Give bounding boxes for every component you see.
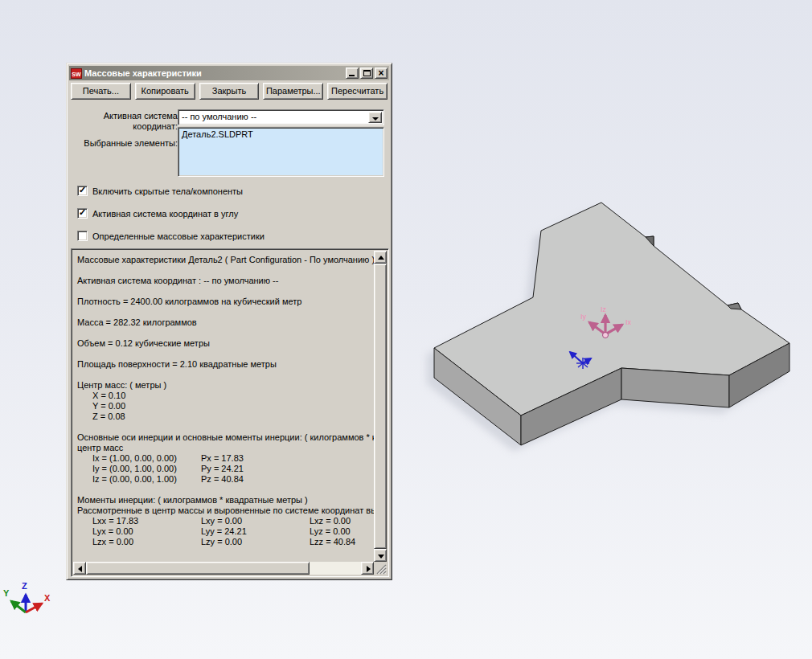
solidworks-icon: SW — [71, 68, 82, 79]
minimize-icon — [349, 75, 355, 76]
selected-items-list[interactable]: Деталь2.SLDPRT — [178, 127, 384, 177]
results-line: Массовые характеристики Деталь2 ( Part C… — [77, 255, 374, 265]
copy-button[interactable]: Копировать — [135, 83, 195, 100]
close-dialog-button[interactable]: Закрыть — [199, 83, 260, 100]
principal-axis-y-label: Iy — [580, 313, 587, 321]
origin-triad: Z Y X — [3, 581, 51, 612]
dropdown-button[interactable] — [368, 112, 382, 123]
results-box: Массовые характеристики Деталь2 ( Part C… — [71, 248, 389, 577]
results-line: Площадь поверхности = 2.10 квадратные ме… — [77, 359, 374, 370]
results-line — [77, 349, 374, 359]
checkbox-row: ✓Определенные массовые характеристики — [77, 231, 265, 241]
selected-items-label: Выбранные элементы: — [81, 138, 178, 149]
arrow-up-icon — [378, 256, 384, 260]
results-line — [77, 328, 374, 338]
coord-system-dropdown[interactable]: -- по умолчанию -- — [178, 109, 384, 125]
mass-properties-dialog: SW Массовые характеристики × Печать...Ко… — [66, 63, 392, 580]
results-line: Центр масс: ( метры ) — [77, 380, 374, 391]
close-button[interactable]: × — [375, 68, 388, 79]
dialog-titlebar[interactable]: SW Массовые характеристики × — [69, 66, 389, 80]
results-line: Iy = (0.00, 1.00, 0.00)Py = 24.21 — [77, 464, 374, 474]
scroll-right-button[interactable] — [361, 562, 374, 575]
checkbox-row: ✓Активная система координат в углу — [77, 208, 238, 219]
results-text[interactable]: Массовые характеристики Деталь2 ( Part C… — [73, 251, 374, 562]
results-line — [77, 370, 374, 380]
arrow-left-icon — [78, 566, 82, 572]
scroll-down-button[interactable] — [374, 549, 387, 562]
results-line — [77, 265, 374, 276]
checkmark-icon: ✓ — [79, 207, 86, 218]
results-line: Рассмотренные в центр массы и выровненны… — [77, 506, 374, 516]
chevron-down-icon — [372, 117, 379, 121]
results-line: Z = 0.08 — [77, 411, 374, 422]
results-line — [77, 286, 374, 297]
results-line: Активная система координат : -- по умолч… — [77, 276, 374, 286]
results-line: Плотность = 2400.00 килограммов на кубич… — [77, 297, 374, 307]
coord-system-in-corner-checkbox[interactable]: ✓ — [77, 208, 88, 219]
checkbox-label: Определенные массовые характеристики — [92, 231, 265, 241]
vertical-scrollbar[interactable] — [374, 251, 387, 562]
selected-item[interactable]: Деталь2.SLDPRT — [178, 128, 383, 139]
horizontal-scrollbar[interactable] — [73, 562, 374, 575]
horizontal-scroll-thumb[interactable] — [86, 562, 310, 575]
results-line: центр масс — [77, 443, 374, 453]
resize-grip[interactable] — [374, 562, 387, 575]
results-line: Lyx = 0.00Lyy = 24.21Lyz = 0.00 — [77, 526, 374, 537]
vertical-scroll-thumb[interactable] — [374, 264, 387, 549]
results-line: Iz = (0.00, 0.00, 1.00)Pz = 40.84 — [77, 474, 374, 485]
triad-z-label: Z — [22, 581, 27, 591]
resize-grip-icon — [374, 562, 387, 575]
results-line: Масса = 282.32 килограммов — [77, 317, 374, 328]
maximize-icon — [363, 70, 371, 76]
coord-system-value: -- по умолчанию -- — [182, 112, 256, 121]
options-button[interactable]: Параметры... — [263, 83, 323, 100]
maximize-button[interactable] — [360, 68, 373, 79]
results-line: X = 0.10 — [77, 391, 374, 401]
recalculate-button[interactable]: Пересчитать — [327, 83, 388, 100]
results-line — [77, 422, 374, 432]
scroll-up-button[interactable] — [374, 251, 387, 264]
include-hidden-bodies-checkbox[interactable]: ✓ — [77, 186, 88, 196]
results-line: Основные оси инерции и основные моменты … — [77, 432, 374, 443]
minimize-button[interactable] — [346, 68, 359, 79]
results-line: Y = 0.00 — [77, 401, 374, 411]
checkbox-row: ✓Включить скрытые тела/компоненты — [77, 186, 243, 196]
coord-system-label: Активная система координат: — [81, 111, 178, 132]
triad-y-label: Y — [3, 588, 10, 598]
triad-x-label: X — [44, 593, 51, 603]
results-line — [77, 307, 374, 317]
results-line: Объем = 0.12 кубические метры — [77, 338, 374, 349]
close-icon: × — [375, 68, 387, 79]
dialog-title: Массовые характеристики — [84, 68, 344, 78]
results-line: Lxx = 17.83Lxy = 0.00Lxz = 0.00 — [77, 516, 374, 526]
results-line: Lzx = 0.00Lzy = 0.00Lzz = 40.84 — [77, 537, 374, 547]
principal-axes-origin — [603, 333, 609, 338]
dialog-toolbar: Печать...КопироватьЗакрытьПараметры...Пе… — [71, 83, 388, 100]
arrow-down-icon — [378, 555, 384, 559]
results-line: Ix = (1.00, 0.00, 0.00)Px = 17.83 — [77, 453, 374, 464]
checkbox-label: Активная система координат в углу — [92, 209, 238, 219]
arrow-right-icon — [367, 566, 371, 572]
checkbox-label: Включить скрытые тела/компоненты — [92, 186, 243, 196]
assigned-mass-properties-checkbox[interactable]: ✓ — [77, 231, 88, 241]
principal-axis-z-label: Iz — [601, 305, 607, 313]
results-line — [77, 485, 374, 495]
print-button[interactable]: Печать... — [71, 83, 131, 100]
results-line: Моменты инерции: ( килограммов * квадрат… — [77, 495, 374, 506]
scroll-left-button[interactable] — [73, 562, 86, 575]
checkmark-icon: ✓ — [79, 185, 86, 195]
principal-axis-x-label: Ix — [625, 318, 632, 326]
